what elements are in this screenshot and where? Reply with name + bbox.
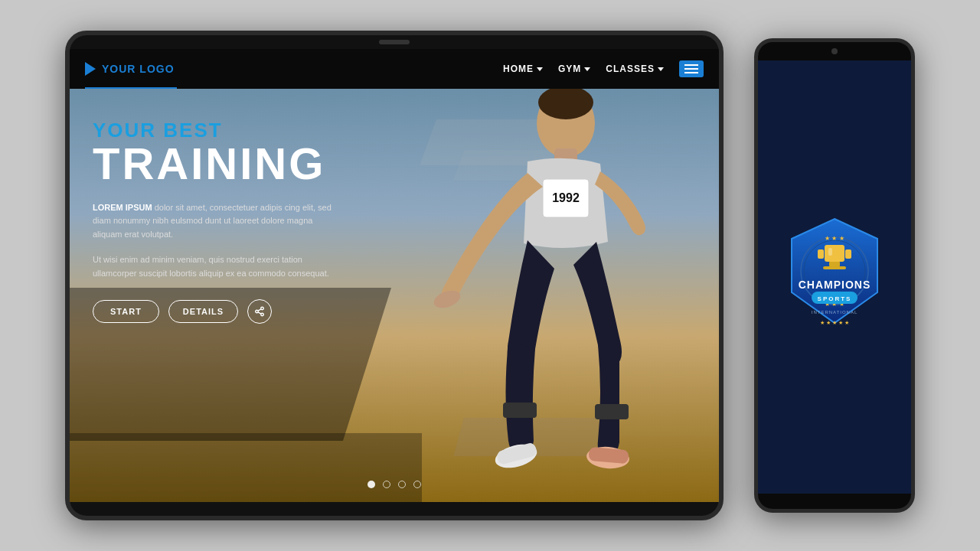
- phone-top-bar: [758, 42, 911, 60]
- geo-shape2: [70, 433, 422, 502]
- svg-point-14: [261, 313, 264, 316]
- hero-content: YOUR BEST TRAINING LOREM IPSUM dolor sit…: [93, 119, 384, 324]
- navigation: YOUR LOGO HOME GYM: [70, 49, 719, 89]
- svg-text:1992: 1992: [552, 191, 580, 204]
- home-dropdown-icon: [537, 67, 543, 71]
- svg-rect-22: [825, 245, 844, 262]
- svg-text:INTERNATIONAL: INTERNATIONAL: [812, 310, 858, 315]
- phone-side-button-left1: [754, 182, 755, 205]
- svg-text:★  ★  ★: ★ ★ ★: [825, 235, 844, 242]
- svg-point-13: [256, 310, 259, 313]
- phone-screen: ★ ★ ★ ★ ★ ★ CHAMPIONS SPORTS: [758, 60, 911, 494]
- tablet-camera: [379, 40, 410, 44]
- tablet-bottom-bar: [70, 502, 719, 516]
- svg-line-16: [258, 308, 261, 310]
- hero-section: 1992: [70, 89, 719, 502]
- nav-home[interactable]: HOME: [503, 64, 543, 74]
- svg-rect-10: [503, 403, 537, 418]
- tablet-side-button: [720, 256, 724, 295]
- svg-rect-24: [823, 266, 846, 269]
- share-button[interactable]: [247, 299, 272, 324]
- tablet-screen: YOUR LOGO HOME GYM: [70, 49, 719, 502]
- phone-side-button-right: [914, 206, 915, 236]
- logo: YOUR LOGO: [85, 62, 175, 76]
- logo-arrow-icon: [85, 62, 96, 76]
- svg-rect-27: [828, 248, 832, 256]
- start-button[interactable]: START: [93, 300, 159, 323]
- svg-text:CHAMPIONS: CHAMPIONS: [799, 279, 871, 291]
- phone-device: ★ ★ ★ ★ ★ ★ CHAMPIONS SPORTS: [754, 38, 915, 513]
- dot-1[interactable]: [368, 481, 375, 488]
- phone-side-button-left2: [754, 238, 755, 261]
- hero-description1: LOREM IPSUM dolor sit amet, consectetuer…: [93, 201, 338, 242]
- phone-camera: [831, 48, 838, 54]
- nav-links: HOME GYM CLASSES: [503, 60, 704, 77]
- details-button[interactable]: DETAILS: [168, 300, 238, 323]
- svg-rect-23: [829, 262, 840, 266]
- scene: YOUR LOGO HOME GYM: [0, 0, 980, 551]
- dot-2[interactable]: [383, 481, 390, 488]
- gym-dropdown-icon: [584, 67, 590, 71]
- hamburger-menu[interactable]: [679, 60, 704, 77]
- champions-logo: ★ ★ ★ ★ ★ ★ CHAMPIONS SPORTS: [781, 216, 888, 338]
- athlete-image: 1992: [390, 89, 681, 479]
- dot-4[interactable]: [413, 481, 421, 488]
- classes-dropdown-icon: [658, 67, 664, 71]
- hero-title: TRAINING: [93, 142, 384, 186]
- hero-buttons: START DETAILS: [93, 299, 384, 324]
- svg-text:★ ★ ★ ★ ★: ★ ★ ★ ★ ★: [820, 320, 849, 325]
- svg-rect-26: [845, 249, 851, 259]
- dot-3[interactable]: [398, 481, 406, 488]
- svg-rect-25: [818, 249, 824, 259]
- svg-text:SPORTS: SPORTS: [818, 295, 852, 302]
- svg-rect-11: [595, 404, 629, 419]
- logo-text: YOUR LOGO: [102, 63, 175, 75]
- nav-gym[interactable]: GYM: [558, 64, 590, 74]
- svg-point-12: [261, 307, 264, 310]
- hamburger-line2: [684, 68, 698, 70]
- nav-blue-line: [85, 87, 177, 89]
- carousel-dots: [368, 481, 421, 488]
- svg-line-15: [258, 311, 261, 313]
- hero-description2: Ut wisi enim ad minim veniam, quis nostr…: [93, 253, 338, 280]
- tablet-device: YOUR LOGO HOME GYM: [65, 31, 724, 520]
- nav-classes[interactable]: CLASSES: [606, 64, 664, 74]
- phone-bottom-bar: [758, 494, 911, 509]
- hamburger-line1: [684, 64, 698, 66]
- tablet-top-bar: [70, 35, 719, 49]
- hamburger-line3: [684, 72, 698, 73]
